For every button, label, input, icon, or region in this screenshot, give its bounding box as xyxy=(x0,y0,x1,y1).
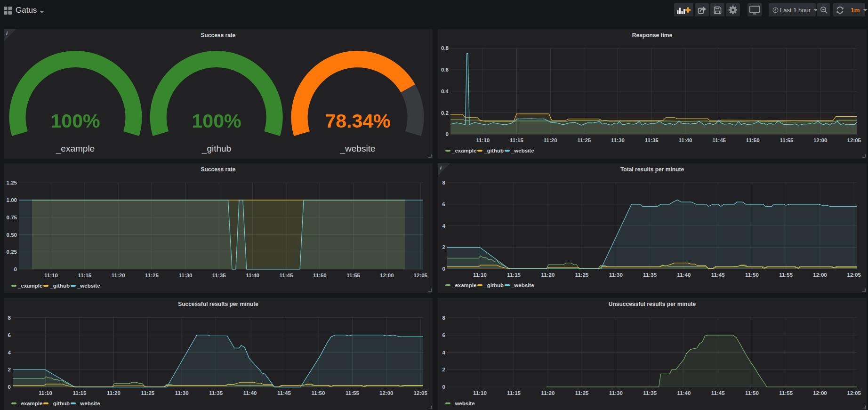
svg-text:11:20: 11:20 xyxy=(541,390,555,396)
svg-text:2: 2 xyxy=(442,367,445,372)
svg-text:_example: _example xyxy=(56,144,95,154)
svg-text:6: 6 xyxy=(8,332,11,338)
svg-text:4: 4 xyxy=(8,350,11,355)
svg-text:0: 0 xyxy=(8,384,11,390)
svg-text:0: 0 xyxy=(442,384,445,390)
svg-text:11:55: 11:55 xyxy=(779,272,793,278)
svg-text:12:05: 12:05 xyxy=(847,390,861,396)
svg-text:_github: _github xyxy=(201,144,231,154)
svg-text:11:10: 11:10 xyxy=(39,390,52,396)
svg-text:11:40: 11:40 xyxy=(677,390,691,396)
svg-text:100%: 100% xyxy=(192,110,241,132)
svg-text:0.50: 0.50 xyxy=(7,232,17,238)
svg-text:4: 4 xyxy=(442,350,446,355)
svg-text:12:05: 12:05 xyxy=(847,137,861,143)
svg-text:12:05: 12:05 xyxy=(847,272,861,278)
svg-text:11:25: 11:25 xyxy=(577,137,591,143)
svg-text:_website: _website xyxy=(340,144,376,154)
svg-text:11:35: 11:35 xyxy=(645,137,659,143)
svg-text:1.25: 1.25 xyxy=(7,180,17,185)
svg-text:11:55: 11:55 xyxy=(346,273,360,278)
svg-text:11:10: 11:10 xyxy=(44,273,58,278)
svg-text:2: 2 xyxy=(8,367,11,372)
svg-text:11:50: 11:50 xyxy=(745,390,759,396)
svg-text:11:15: 11:15 xyxy=(73,390,87,396)
svg-text:11:45: 11:45 xyxy=(277,390,291,396)
svg-text:11:15: 11:15 xyxy=(507,272,521,278)
svg-text:11:40: 11:40 xyxy=(246,273,259,278)
svg-text:11:45: 11:45 xyxy=(280,273,293,278)
svg-text:11:30: 11:30 xyxy=(179,273,193,278)
svg-text:6: 6 xyxy=(442,332,445,338)
svg-text:11:15: 11:15 xyxy=(507,390,521,396)
svg-text:11:35: 11:35 xyxy=(643,390,657,396)
svg-text:11:25: 11:25 xyxy=(141,390,154,396)
svg-text:11:10: 11:10 xyxy=(473,272,487,278)
svg-text:0.75: 0.75 xyxy=(7,215,17,220)
svg-text:11:40: 11:40 xyxy=(677,272,691,278)
svg-text:11:25: 11:25 xyxy=(575,390,589,396)
svg-text:2: 2 xyxy=(442,244,445,250)
svg-text:0.25: 0.25 xyxy=(7,249,17,255)
svg-text:12:00: 12:00 xyxy=(379,390,393,396)
svg-text:100%: 100% xyxy=(51,110,100,132)
svg-text:0.2: 0.2 xyxy=(441,110,449,116)
svg-text:12:00: 12:00 xyxy=(813,137,827,143)
svg-text:11:55: 11:55 xyxy=(780,137,794,143)
svg-text:12:00: 12:00 xyxy=(813,272,827,278)
svg-text:0.8: 0.8 xyxy=(441,45,449,51)
svg-text:11:50: 11:50 xyxy=(312,390,325,396)
svg-text:11:25: 11:25 xyxy=(575,272,589,278)
svg-text:0: 0 xyxy=(446,131,449,137)
svg-text:11:55: 11:55 xyxy=(346,390,359,396)
svg-text:11:40: 11:40 xyxy=(679,137,692,143)
svg-text:11:20: 11:20 xyxy=(107,390,121,396)
svg-text:8: 8 xyxy=(8,315,11,321)
svg-text:11:10: 11:10 xyxy=(476,137,490,143)
svg-text:8: 8 xyxy=(442,315,446,321)
svg-text:11:35: 11:35 xyxy=(212,273,226,278)
svg-text:12:05: 12:05 xyxy=(414,273,428,278)
svg-text:11:50: 11:50 xyxy=(745,272,759,278)
svg-text:11:30: 11:30 xyxy=(611,137,625,143)
svg-text:8: 8 xyxy=(442,180,446,185)
svg-text:11:40: 11:40 xyxy=(243,390,257,396)
svg-text:12:00: 12:00 xyxy=(813,390,827,396)
svg-text:11:50: 11:50 xyxy=(313,273,327,278)
svg-text:11:30: 11:30 xyxy=(175,390,189,396)
svg-text:11:15: 11:15 xyxy=(510,137,523,143)
svg-text:78.34%: 78.34% xyxy=(325,110,390,132)
svg-text:11:30: 11:30 xyxy=(609,272,623,278)
svg-text:11:25: 11:25 xyxy=(145,273,159,278)
svg-text:11:20: 11:20 xyxy=(541,272,555,278)
svg-text:0.4: 0.4 xyxy=(441,88,449,94)
svg-text:11:35: 11:35 xyxy=(643,272,657,278)
svg-text:12:00: 12:00 xyxy=(380,273,394,278)
svg-text:11:20: 11:20 xyxy=(544,137,557,143)
svg-text:1.00: 1.00 xyxy=(7,197,17,203)
svg-text:12:05: 12:05 xyxy=(413,390,427,396)
svg-text:6: 6 xyxy=(442,201,445,207)
svg-text:11:10: 11:10 xyxy=(473,390,487,396)
svg-text:0: 0 xyxy=(14,266,17,272)
svg-text:11:20: 11:20 xyxy=(112,273,125,278)
svg-text:0.6: 0.6 xyxy=(441,67,449,72)
svg-text:11:45: 11:45 xyxy=(711,390,725,396)
svg-text:11:35: 11:35 xyxy=(209,390,223,396)
svg-text:11:55: 11:55 xyxy=(779,390,793,396)
svg-text:4: 4 xyxy=(442,223,446,229)
svg-text:11:30: 11:30 xyxy=(609,390,623,396)
svg-text:11:50: 11:50 xyxy=(746,137,760,143)
svg-text:11:45: 11:45 xyxy=(711,272,725,278)
svg-text:0: 0 xyxy=(442,266,445,272)
svg-text:11:15: 11:15 xyxy=(78,273,91,278)
svg-text:11:45: 11:45 xyxy=(712,137,726,143)
